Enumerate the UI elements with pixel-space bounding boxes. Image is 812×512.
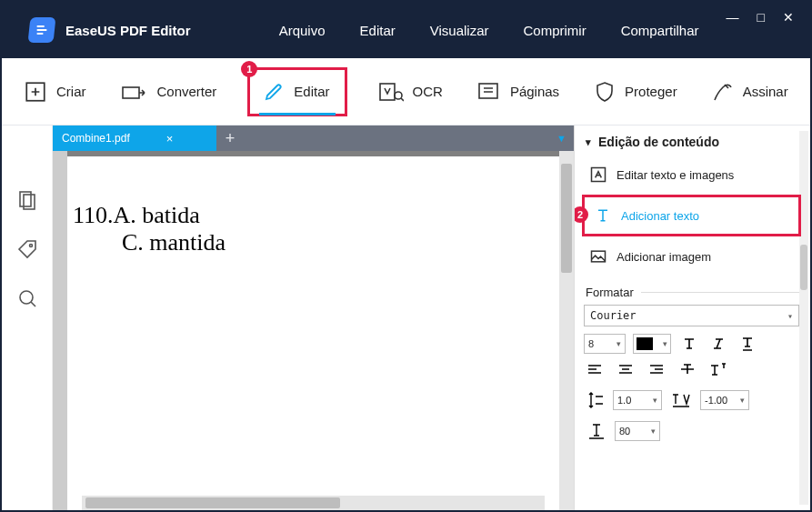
workspace: Combine1.pdf × + ▼ 110.A. batida C. mant… [2, 125, 810, 510]
char-spacing-input[interactable]: -1.00 ▾ [700, 390, 749, 410]
underline-button[interactable] [737, 334, 758, 354]
vertical-scrollbar[interactable] [559, 151, 574, 510]
minimize-icon[interactable]: ― [727, 10, 739, 25]
maximize-icon[interactable]: □ [757, 10, 765, 25]
bold-button[interactable] [678, 334, 700, 354]
edit-text-images-item[interactable]: Editar texto e imagens [582, 158, 801, 191]
line-height-input[interactable]: 1.0 ▾ [613, 390, 662, 410]
collapse-icon[interactable]: ▾ [586, 136, 591, 148]
tool-assinar[interactable]: Assinar [708, 75, 792, 108]
tool-ocr-label: OCR [413, 84, 443, 99]
superscript-button[interactable] [707, 359, 729, 379]
menu-arquivo[interactable]: Arquivo [279, 23, 326, 38]
titlebar: EaseUS PDF Editor Arquivo Editar Visuali… [2, 2, 810, 58]
file-tab[interactable]: Combine1.pdf × [53, 125, 216, 151]
tool-criar[interactable]: Criar [20, 75, 90, 109]
add-image-label: Adicionar imagem [617, 250, 711, 264]
document-area: Combine1.pdf × + ▼ 110.A. batida C. mant… [53, 125, 574, 510]
chevron-down-icon: ▾ [651, 427, 656, 436]
text-edit-icon [589, 166, 607, 184]
format-section-label: Formatar [586, 286, 801, 299]
line-height-icon [587, 391, 604, 409]
tool-ocr[interactable]: OCR [375, 75, 446, 108]
svg-rect-2 [380, 84, 395, 100]
font-family-value: Courier [590, 309, 637, 322]
chevron-down-icon: ▾ [653, 396, 657, 405]
indent-value: 80 [619, 426, 630, 437]
panel-scrollbar[interactable] [799, 131, 808, 505]
svg-rect-11 [592, 251, 606, 262]
char-spacing-icon [671, 392, 691, 408]
tool-proteger[interactable]: Proteger [590, 75, 681, 108]
tag-icon[interactable] [16, 238, 38, 260]
left-sidebar [2, 125, 53, 510]
doc-gutter [53, 151, 67, 510]
tool-paginas-label: Páginas [510, 84, 559, 99]
tool-editar-label: Editar [294, 84, 329, 99]
svg-point-8 [29, 245, 32, 247]
tool-converter[interactable]: Converter [117, 75, 221, 108]
add-text-item[interactable]: Adicionar texto [586, 199, 797, 232]
panel-header[interactable]: ▾ Edição de conteúdo [586, 135, 801, 149]
svg-rect-4 [479, 84, 497, 98]
close-icon[interactable]: ✕ [783, 10, 794, 25]
pdf-page[interactable]: 110.A. batida C. mantida [67, 156, 559, 510]
image-icon [589, 247, 607, 266]
document-body: 110.A. batida C. mantida [53, 151, 574, 510]
tab-close-icon[interactable]: × [166, 132, 174, 146]
align-center-button[interactable] [615, 359, 637, 379]
menu-comprimir[interactable]: Comprimir [523, 23, 586, 38]
menu-visualizar[interactable]: Visualizar [430, 23, 489, 38]
add-image-item[interactable]: Adicionar imagem [582, 240, 801, 273]
font-size-select[interactable]: 8 ▾ [584, 334, 626, 354]
font-color-select[interactable]: ▾ [633, 334, 671, 354]
tool-proteger-label: Proteger [625, 84, 677, 99]
menubar: Arquivo Editar Visualizar Comprimir Comp… [279, 23, 699, 38]
chevron-down-icon: ▾ [617, 339, 621, 348]
line-height-value: 1.0 [617, 395, 631, 406]
search-icon[interactable] [16, 287, 38, 309]
chevron-down-icon: ▾ [740, 396, 745, 405]
add-tab-button[interactable]: + [216, 125, 244, 151]
menu-compartilhar[interactable]: Compartilhar [621, 23, 699, 38]
toolbar: Criar Converter 1 Editar OCR Páginas Pro… [2, 58, 810, 125]
tab-dropdown-icon[interactable]: ▼ [549, 125, 574, 151]
annotation-badge-1: 1 [241, 61, 257, 77]
indent-icon [587, 423, 606, 439]
chevron-down-icon: ▾ [787, 311, 793, 321]
tab-strip: Combine1.pdf × + ▼ [53, 125, 574, 151]
edit-text-images-label: Editar texto e imagens [617, 168, 734, 182]
tool-paginas[interactable]: Páginas [474, 75, 563, 108]
horizontal-scrollbar[interactable] [82, 496, 545, 510]
svg-point-9 [20, 291, 33, 304]
add-text-icon [594, 206, 612, 225]
tool-converter-label: Converter [157, 84, 217, 99]
app-logo-group: EaseUS PDF Editor [29, 17, 191, 43]
svg-rect-10 [592, 168, 606, 182]
add-text-label: Adicionar texto [621, 209, 699, 223]
chevron-down-icon: ▾ [663, 339, 667, 348]
add-text-highlight: 2 Adicionar texto [582, 195, 801, 236]
right-panel: ▾ Edição de conteúdo Editar texto e imag… [574, 125, 810, 510]
align-left-button[interactable] [584, 359, 606, 379]
app-logo-icon [28, 17, 56, 43]
indent-input[interactable]: 80 ▾ [615, 421, 660, 441]
svg-point-3 [395, 92, 402, 99]
align-right-button[interactable] [646, 359, 667, 379]
tool-criar-label: Criar [56, 84, 86, 99]
font-family-select[interactable]: Courier ▾ [584, 305, 799, 326]
tool-assinar-label: Assinar [743, 84, 788, 99]
svg-rect-1 [123, 87, 139, 98]
file-tab-name: Combine1.pdf [62, 132, 130, 145]
strikethrough-button[interactable] [677, 359, 698, 379]
panel-title: Edição de conteúdo [598, 135, 719, 149]
color-swatch [637, 337, 653, 350]
char-spacing-value: -1.00 [705, 395, 727, 406]
menu-editar[interactable]: Editar [360, 23, 396, 38]
doc-text-line-1: 110.A. batida [73, 202, 559, 229]
app-title: EaseUS PDF Editor [65, 23, 191, 38]
doc-text-line-2: C. mantida [73, 229, 559, 256]
tool-editar[interactable]: 1 Editar [247, 67, 346, 116]
italic-button[interactable] [707, 334, 729, 354]
pages-panel-icon[interactable] [16, 189, 38, 211]
